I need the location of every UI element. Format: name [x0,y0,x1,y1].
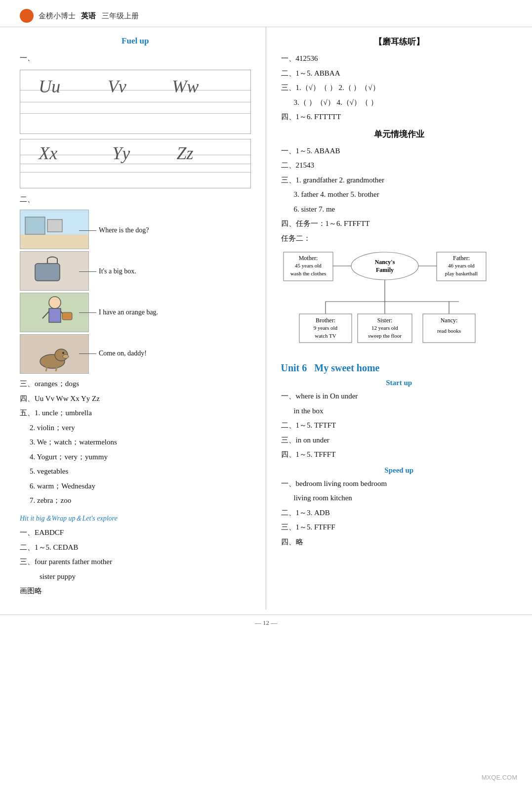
mao-item-2: 三、1.（√）（ ） 2.（ ）（√） [281,82,518,94]
image-2 [20,251,89,291]
page-wrapper: 金榜小博士 英语 三年级上册 Fuel up 一、 Uu Vv Ww [0,0,532,791]
mao-item-0: 一、412536 [281,52,518,65]
svg-rect-3 [47,220,62,232]
danjuan-item-5: 四、任务一：1～6. FTFFTT [281,218,518,230]
svg-text:Mother:: Mother: [298,255,318,262]
section5-item-5: 6. warm；Wednesday [20,480,251,493]
section5-header: 五、1. uncle；umbrella [20,407,251,420]
speedup-item-0: 一、bedroom living room bedroom [281,478,518,490]
danjuan-title: 单元情境作业 [281,129,518,140]
handwriting-area-2: Xx Yy Zz [20,139,251,188]
image-4 [20,334,89,374]
left-column: Fuel up 一、 Uu Vv Ww Xx Yy Zz [0,27,266,610]
svg-point-9 [49,297,61,308]
svg-rect-5 [35,264,60,281]
svg-point-29 [351,252,418,280]
speedup-title: Speed up [281,466,518,475]
hit-item-1: 二、1～5. CEDAB [20,541,251,554]
svg-text:12 years old: 12 years old [371,325,398,331]
handwriting-area-1: Uu Vv Ww [20,70,251,134]
svg-text:Sister:: Sister: [377,317,392,324]
speedup-item-4: 四、略 [281,536,518,549]
watermark: MXQE.COM [482,774,517,781]
hit-item-3: sister puppy [20,571,251,583]
speedup-item-3: 三、1～5. FTFFF [281,521,518,534]
svg-text:play basketball: play basketball [445,270,477,276]
startup-item-2: 二、1～5. TFTFT [281,419,518,432]
image-column [20,210,89,374]
svg-rect-2 [25,217,45,234]
fuel-up-title: Fuel up [20,36,251,46]
mao-item-3: 3.（ ）（√） 4.（√）（ ） [281,96,518,109]
dialogue-1: Where is the dog? [99,223,251,237]
hit-item-0: 一、EABDCF [20,527,251,539]
mao-item-1: 二、1～5. ABBAA [281,67,518,80]
section5-item-1: 2. violin；very [20,422,251,435]
danjuan-item-0: 一、1～5. ABAAB [281,145,518,158]
section5-items: 2. violin；very 3. We；watch；watermelons 4… [20,422,251,507]
hit-item-4: 画图略 [20,585,251,598]
svg-text:Brother:: Brother: [316,317,335,324]
section1-label: 一、 [20,52,251,65]
header-title: 金榜小博士 英语 三年级上册 [39,11,139,21]
startup-item-4: 四、1～5. TFFFT [281,448,518,461]
danjuan-item-6: 任务二： [281,232,518,245]
speedup-item-2: 二、1～3. ADB [281,507,518,520]
section3: 三、oranges；dogs [20,378,251,391]
danjuan-item-3: 3. father 4. mother 5. brother [281,188,518,201]
danjuan-item-1: 二、21543 [281,159,518,172]
brand-icon [20,9,34,23]
section5-item-4: 5. vegetables [20,465,251,478]
svg-text:Father:: Father: [453,255,470,262]
svg-text:Family: Family [376,266,394,273]
danjuan-item-2: 三、1. grandfather 2. grandmother [281,174,518,187]
page-footer: — 12 — [0,615,532,629]
startup-item-0: 一、where is in On under [281,390,518,403]
svg-text:Nancy's: Nancy's [374,259,395,265]
svg-text:wash the clothes: wash the clothes [290,270,326,276]
svg-text:45 years old: 45 years old [295,263,322,268]
image-1 [20,210,89,249]
svg-text:9 years old: 9 years old [313,325,337,331]
mao-title: 【磨耳练听】 [281,36,518,47]
svg-text:46 years old: 46 years old [448,263,475,268]
startup-item-1: in the box [281,405,518,418]
startup-title: Start up [281,379,518,387]
dialogue-4: Come on, daddy! [99,347,251,360]
svg-rect-1 [20,234,88,249]
section5-item-2: 3. We；watch；watermelons [20,436,251,449]
svg-text:watch TV: watch TV [315,333,336,339]
hit-title: Hit it big＆Wrap up＆Let's explore [20,512,251,525]
main-content: Fuel up 一、 Uu Vv Ww Xx Yy Zz [0,27,532,610]
image-3 [20,293,89,332]
dialogue-3: I have an orange bag. [99,306,251,319]
family-tree: Mother: 45 years old wash the clothes Fa… [281,250,518,355]
svg-text:Nancy:: Nancy: [440,317,457,324]
svg-rect-10 [49,308,61,322]
right-column: 【磨耳练听】 一、412536 二、1～5. ABBAA 三、1.（√）（ ） … [266,27,532,610]
svg-text:read books: read books [437,328,461,334]
speedup-item-1: living room kitchen [281,492,518,505]
svg-point-20 [63,354,69,358]
svg-point-17 [62,352,64,354]
hit-item-2: 三、four parents father mother [20,556,251,569]
danjuan-item-4: 6. sister 7. me [281,203,518,216]
section5-item-6: 7. zebra；zoo [20,494,251,507]
page-header: 金榜小博士 英语 三年级上册 [0,0,532,27]
unit6-title: Unit 6 My sweet home [281,362,518,374]
page-number: — 12 — [255,619,278,626]
dialogue-section: Where is the dog? It's a big box. I have… [20,210,251,374]
svg-rect-13 [62,312,72,320]
section2-label: 二、 [20,193,251,206]
svg-text:sweep the floor: sweep the floor [368,333,402,339]
section4: 四、Uu Vv Ww Xx Yy Zz [20,393,251,405]
dialogue-2: It's a big box. [99,264,251,278]
startup-item-3: 三、in on under [281,434,518,447]
family-tree-svg: Mother: 45 years old wash the clothes Fa… [281,250,489,353]
dialogue-column: Where is the dog? It's a big box. I have… [94,210,251,374]
section5-item-3: 4. Yogurt；very；yummy [20,451,251,464]
mao-item-4: 四、1～6. FTTTTT [281,111,518,124]
